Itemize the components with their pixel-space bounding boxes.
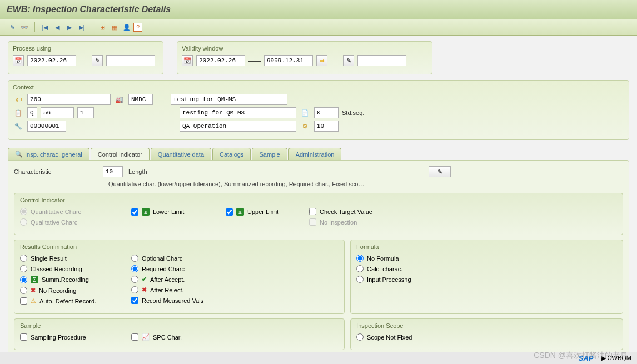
tab-catalogs[interactable]: Catalogs xyxy=(212,148,251,160)
nof-radio[interactable] xyxy=(356,255,364,262)
edit-icon[interactable]: ✎ xyxy=(7,22,18,33)
qual-radio xyxy=(20,218,27,226)
validity-extra-input[interactable] xyxy=(357,55,406,66)
tab-quantitative[interactable]: Quantitative data xyxy=(151,148,211,160)
list-icon: 📋 xyxy=(13,107,24,118)
calendar-icon[interactable]: 📅 xyxy=(13,55,24,66)
check-icon: ✔ xyxy=(142,276,147,283)
norec-radio[interactable] xyxy=(20,287,27,294)
factory-icon: 🏭 xyxy=(114,94,125,105)
afteracc-radio[interactable] xyxy=(131,276,138,283)
process-extra-input[interactable] xyxy=(106,55,155,66)
val10-input[interactable] xyxy=(314,121,339,132)
upper-icon: ≤ xyxy=(236,208,244,216)
validity-to-input[interactable] xyxy=(264,55,313,66)
quant-radio xyxy=(20,208,27,215)
hierarchy-icon[interactable]: ⊞ xyxy=(97,22,108,33)
glasses-icon[interactable]: 👓 xyxy=(19,22,30,33)
opdesc-input[interactable] xyxy=(180,121,296,132)
doc-icon: 📄 xyxy=(300,107,311,118)
first-icon[interactable]: |◀ xyxy=(39,22,51,33)
characteristic-label: Characteristic xyxy=(14,168,97,175)
seq2-input[interactable] xyxy=(77,107,94,118)
table-icon[interactable]: ▦ xyxy=(109,22,120,33)
system-label: ▶ CWBQM xyxy=(601,355,631,362)
arrow-right-icon[interactable]: ➡ xyxy=(316,55,327,66)
edit-button[interactable]: ✎ xyxy=(429,166,451,177)
sum-icon: Σ xyxy=(31,276,38,283)
help-icon[interactable]: ? xyxy=(133,23,142,32)
chart-icon: 📈 xyxy=(142,333,150,341)
wand2-icon[interactable]: ✎ xyxy=(343,55,354,66)
sampproc-check[interactable] xyxy=(20,333,27,341)
toolbar: ✎ 👓 |◀ ◀ ▶ ▶| ⊞ ▦ 👤 ? xyxy=(0,19,637,36)
wand-icon[interactable]: ✎ xyxy=(92,55,103,66)
required-radio[interactable] xyxy=(131,265,138,272)
afterrej-radio[interactable] xyxy=(131,286,138,293)
noinsp-check xyxy=(309,218,316,226)
tab-icon: 🔍 xyxy=(15,151,23,158)
next-icon[interactable]: ▶ xyxy=(64,22,75,33)
char-num-input[interactable] xyxy=(103,166,123,177)
single-radio[interactable] xyxy=(20,255,27,262)
x2-icon: ✖ xyxy=(142,286,147,293)
date-range-icon[interactable]: 📆 xyxy=(182,55,193,66)
seq1-input[interactable] xyxy=(41,107,74,118)
sample-title: Sample xyxy=(20,322,339,329)
classed-radio[interactable] xyxy=(20,265,27,272)
process-using-label: Process using xyxy=(13,45,158,52)
tab-insp-general[interactable]: 🔍Insp. charac. general xyxy=(8,148,89,160)
validity-from-input[interactable] xyxy=(196,55,245,66)
page-title: EWB: Inspection Characteristic Details xyxy=(7,4,630,14)
spc-check[interactable] xyxy=(131,333,138,341)
gear-icon: ⚙ xyxy=(300,121,311,132)
plant-input[interactable] xyxy=(128,94,153,105)
q-input[interactable] xyxy=(27,107,37,118)
sap-logo: SAP xyxy=(579,354,594,362)
summ-radio[interactable] xyxy=(20,276,27,283)
scope-title: Inspection Scope xyxy=(356,322,617,329)
scope-notfixed-radio[interactable] xyxy=(356,333,364,341)
status-bar: SAP ▶ CWBQM xyxy=(0,352,637,364)
user-icon[interactable]: 👤 xyxy=(121,22,132,33)
op-icon: 🔧 xyxy=(13,121,24,132)
calc-radio[interactable] xyxy=(356,265,364,272)
prev-icon[interactable]: ◀ xyxy=(52,22,63,33)
char-longdesc: Quantitative char. (lower/upper toleranc… xyxy=(108,181,623,187)
stdseq-label: Std.seq. xyxy=(342,109,364,116)
tab-admin[interactable]: Administration xyxy=(288,148,342,160)
char-name-label: Length xyxy=(128,168,147,175)
tab-control-indicator[interactable]: Control indicator xyxy=(91,148,150,160)
lower-icon: ≥ xyxy=(142,208,150,216)
num0-input[interactable] xyxy=(314,107,339,118)
desc2-input[interactable] xyxy=(180,107,296,118)
process-date-input[interactable] xyxy=(27,55,76,66)
ctrl-title: Control Indicator xyxy=(20,197,617,203)
optional-radio[interactable] xyxy=(131,255,138,262)
formula-title: Formula xyxy=(356,243,617,250)
recmeas-check[interactable] xyxy=(131,297,138,304)
input-radio[interactable] xyxy=(356,276,364,283)
desc1-input[interactable] xyxy=(171,94,287,105)
warn-icon: ⚠ xyxy=(31,297,36,305)
results-title: Results Confirmation xyxy=(20,243,339,250)
org-icon: 🏷 xyxy=(13,94,24,105)
lower-check[interactable] xyxy=(131,208,138,216)
validity-label: Validity window xyxy=(182,45,427,52)
dash-label: —— xyxy=(248,57,261,64)
context-code-input[interactable] xyxy=(27,94,111,105)
last-icon[interactable]: ▶| xyxy=(76,22,87,33)
chktgt-check[interactable] xyxy=(309,208,316,215)
context-label: Context xyxy=(13,84,624,91)
autodef-check[interactable] xyxy=(20,297,27,305)
tab-sample[interactable]: Sample xyxy=(252,148,287,160)
x-icon: ✖ xyxy=(31,287,36,294)
upper-check[interactable] xyxy=(226,208,233,216)
op-input[interactable] xyxy=(27,121,66,132)
